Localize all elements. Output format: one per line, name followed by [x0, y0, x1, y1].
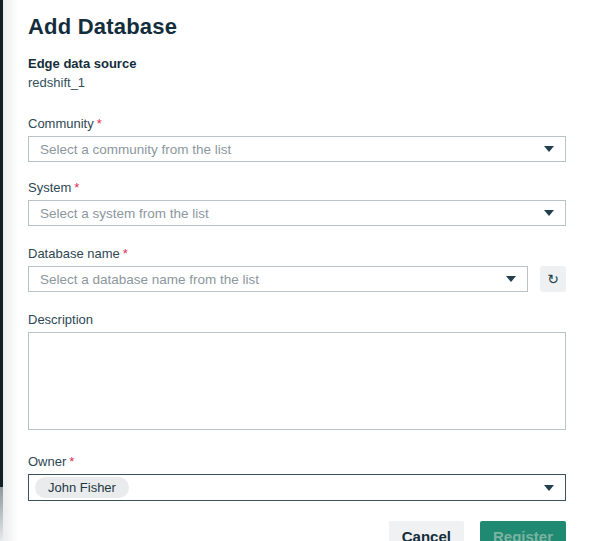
community-field-group: Community* Select a community from the l…	[28, 116, 566, 162]
system-placeholder: Select a system from the list	[40, 206, 209, 221]
cancel-button[interactable]: Cancel	[389, 521, 464, 541]
description-field-group: Description	[28, 312, 566, 430]
database-name-row: Select a database name from the list ↻	[28, 266, 566, 292]
page-title: Add Database	[28, 14, 566, 40]
chevron-down-icon	[544, 485, 554, 491]
edge-data-source-value: redshift_1	[28, 75, 566, 90]
required-asterisk: *	[97, 116, 102, 131]
database-name-placeholder: Select a database name from the list	[40, 272, 259, 287]
edge-data-source-block: Edge data source redshift_1	[28, 56, 566, 90]
register-button[interactable]: Register	[480, 521, 566, 541]
owner-chip[interactable]: John Fisher	[35, 477, 129, 498]
owner-field-group: Owner* John Fisher	[28, 454, 566, 501]
edge-data-source-label: Edge data source	[28, 56, 566, 71]
chevron-down-icon	[506, 276, 516, 282]
owner-select[interactable]: John Fisher	[28, 474, 566, 501]
database-name-field-group: Database name* Select a database name fr…	[28, 246, 566, 292]
system-label: System*	[28, 180, 566, 195]
add-database-dialog: Add Database Edge data source redshift_1…	[0, 0, 612, 541]
description-label: Description	[28, 312, 566, 327]
database-name-select[interactable]: Select a database name from the list	[28, 266, 528, 292]
required-asterisk: *	[69, 454, 74, 469]
system-select[interactable]: Select a system from the list	[28, 200, 566, 226]
description-input[interactable]	[28, 332, 566, 430]
required-asterisk: *	[123, 246, 128, 261]
dialog-footer: Cancel Register	[28, 521, 566, 541]
system-field-group: System* Select a system from the list	[28, 180, 566, 226]
chevron-down-icon	[544, 210, 554, 216]
database-name-label: Database name*	[28, 246, 566, 261]
refresh-icon: ↻	[547, 272, 559, 286]
owner-label: Owner*	[28, 454, 566, 469]
community-select[interactable]: Select a community from the list	[28, 136, 566, 162]
refresh-button[interactable]: ↻	[540, 266, 566, 292]
community-placeholder: Select a community from the list	[40, 142, 231, 157]
chevron-down-icon	[544, 146, 554, 152]
community-label: Community*	[28, 116, 566, 131]
required-asterisk: *	[74, 180, 79, 195]
